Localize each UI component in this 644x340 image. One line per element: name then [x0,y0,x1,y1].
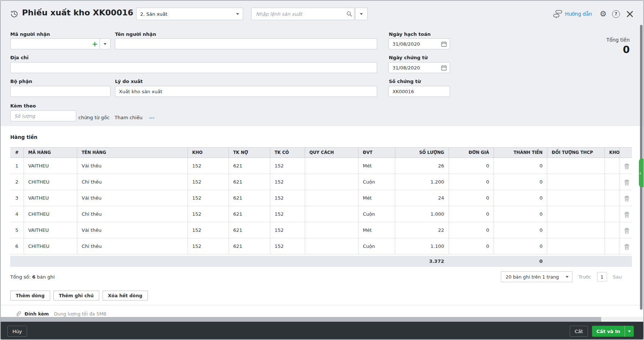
cell-thanh_tien[interactable]: 0 [494,158,547,174]
cell-doi_tuong_thcp[interactable] [547,222,604,238]
cell-quy_cach[interactable] [305,190,358,206]
horizontal-scrollbar-thumb[interactable] [1,317,601,322]
cell-ten_hang[interactable]: Vải thêu [77,158,187,174]
cell-tk_co[interactable]: 152 [270,158,305,174]
cell-kho[interactable]: 152 [187,238,228,254]
close-icon[interactable]: × [625,10,634,18]
cell-dvt[interactable]: Mét [358,190,395,206]
cell-so_luong[interactable]: 22 [395,222,448,238]
cell-doi_tuong_thcp[interactable] [547,206,604,222]
clear-rows-button[interactable]: Xóa hết dòng [103,291,148,301]
cell-tk_no[interactable]: 621 [228,158,270,174]
cell-don_gia[interactable]: 0 [448,238,494,254]
cell-tk_no[interactable]: 621 [228,238,270,254]
cell-don_gia[interactable]: 0 [448,174,494,190]
cell-kho[interactable]: 152 [187,158,228,174]
cell-tk_co[interactable]: 152 [270,190,305,206]
attach-button[interactable]: Đính kèm [25,311,49,317]
cell-doi_tuong_thcp[interactable] [547,158,604,174]
cell-ma_hang[interactable]: CHITHEU [23,238,77,254]
delete-row-button[interactable] [619,222,632,238]
cell-don_gia[interactable]: 0 [448,222,494,238]
search-icon[interactable] [345,11,354,17]
page-size-select[interactable]: 20 bản ghi trên 1 trang [501,271,573,282]
cell-ten_hang[interactable]: Vải thêu [77,190,187,206]
posting-date-input[interactable] [388,38,450,49]
cell-don_gia[interactable]: 0 [448,190,494,206]
gear-icon[interactable]: ⚙ [600,10,607,18]
delete-row-button[interactable] [619,238,632,254]
cell-khoan[interactable] [604,190,619,206]
cell-kho[interactable]: 152 [187,206,228,222]
save-and-print-button[interactable]: Cất và In [592,326,634,337]
cell-quy_cach[interactable] [305,222,358,238]
delete-row-button[interactable] [619,190,632,206]
cell-kho[interactable]: 152 [187,222,228,238]
cell-khoan[interactable] [604,206,619,222]
cell-thanh_tien[interactable]: 0 [494,238,547,254]
cell-doi_tuong_thcp[interactable] [547,238,604,254]
recipient-code-input[interactable] [11,39,90,49]
recipient-name-input[interactable] [115,38,377,49]
cell-ten_hang[interactable]: Chỉ thêu [77,174,187,190]
cell-ma_hang[interactable]: VAITHEU [23,190,77,206]
guide-link[interactable]: Hướng dẫn [553,10,592,18]
cell-don_gia[interactable]: 0 [448,158,494,174]
cell-quy_cach[interactable] [305,158,358,174]
current-page-box[interactable]: 1 [597,272,607,282]
help-icon[interactable]: ? [612,10,620,18]
cell-thanh_tien[interactable]: 0 [494,222,547,238]
add-recipient-icon[interactable]: + [90,41,100,48]
cell-tk_no[interactable]: 621 [228,174,270,190]
delete-row-button[interactable] [619,158,632,174]
cell-quy_cach[interactable] [305,206,358,222]
attached-docs-count-input[interactable] [10,110,76,121]
cell-khoan[interactable] [604,238,619,254]
cell-tk_co[interactable]: 152 [270,222,305,238]
department-input[interactable] [10,86,111,97]
cell-kho[interactable]: 152 [187,190,228,206]
cell-so_luong[interactable]: 1.000 [395,206,448,222]
cell-quy_cach[interactable] [305,238,358,254]
cell-kho[interactable]: 152 [187,174,228,190]
cell-so_luong[interactable]: 1.100 [395,238,448,254]
export-reason-input[interactable] [115,86,377,97]
cell-tk_no[interactable]: 621 [228,206,270,222]
cell-ma_hang[interactable]: CHITHEU [23,206,77,222]
cell-dvt[interactable]: Mét [358,158,395,174]
document-number-input[interactable] [388,86,450,97]
cell-quy_cach[interactable] [305,174,358,190]
cell-don_gia[interactable]: 0 [448,206,494,222]
cell-tk_co[interactable]: 152 [270,238,305,254]
cell-tk_co[interactable]: 152 [270,174,305,190]
cell-so_luong[interactable]: 26 [395,158,448,174]
doc-type-select[interactable]: 2. Sản xuất [136,8,243,20]
search-dropdown-button[interactable] [355,8,368,20]
horizontal-scrollbar[interactable] [1,317,643,322]
next-page-button[interactable]: Sau [613,274,622,280]
cell-tk_no[interactable]: 621 [228,222,270,238]
delete-row-button[interactable] [619,174,632,190]
cell-doi_tuong_thcp[interactable] [547,190,604,206]
cell-thanh_tien[interactable]: 0 [494,190,547,206]
cell-doi_tuong_thcp[interactable] [547,174,604,190]
save-button[interactable]: Cất [570,326,588,337]
cell-ma_hang[interactable]: VAITHEU [23,158,77,174]
cell-dvt[interactable]: Cuộn [358,206,395,222]
collapse-panel-tab[interactable]: ‹ [639,159,643,187]
add-row-button[interactable]: Thêm dòng [10,291,50,301]
cell-so_luong[interactable]: 1.200 [395,174,448,190]
cell-ma_hang[interactable]: VAITHEU [23,222,77,238]
address-input[interactable] [10,62,377,73]
cell-tk_co[interactable]: 152 [270,206,305,222]
cell-so_luong[interactable]: 24 [395,190,448,206]
cell-tk_no[interactable]: 621 [228,190,270,206]
prev-page-button[interactable]: Trước [578,274,591,280]
cell-ma_hang[interactable]: CHITHEU [23,174,77,190]
cell-thanh_tien[interactable]: 0 [494,174,547,190]
cell-ten_hang[interactable]: Vải thêu [77,222,187,238]
recipient-dropdown-button[interactable] [100,43,110,45]
cell-dvt[interactable]: Cuộn [358,238,395,254]
cell-thanh_tien[interactable]: 0 [494,206,547,222]
cell-khoan[interactable] [604,158,619,174]
